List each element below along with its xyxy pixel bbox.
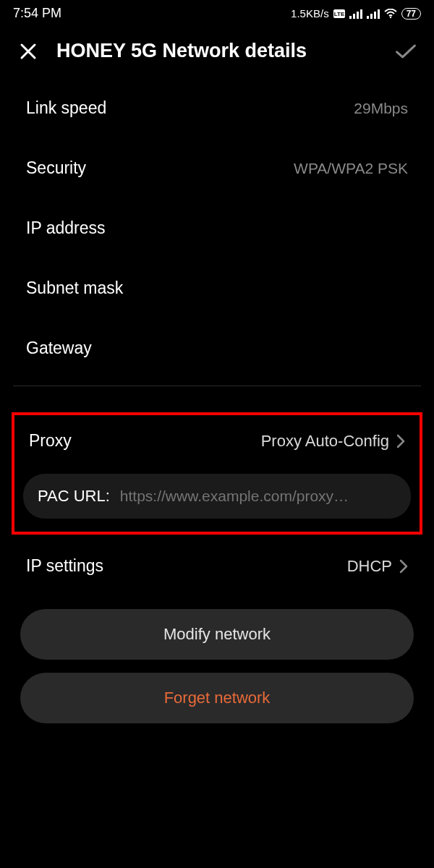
subnet-mask-label: Subnet mask	[26, 278, 123, 298]
row-proxy[interactable]: Proxy Proxy Auto-Config	[14, 415, 420, 469]
content: Link speed 29Mbps Security WPA/WPA2 PSK …	[0, 78, 434, 736]
clock: 7:54 PM	[13, 6, 61, 21]
svg-rect-6	[367, 16, 369, 19]
svg-rect-8	[374, 12, 376, 19]
row-subnet-mask: Subnet mask	[0, 258, 434, 318]
forget-network-button[interactable]: Forget network	[20, 673, 414, 723]
pac-url-field[interactable]: PAC URL:	[23, 474, 411, 519]
row-security: Security WPA/WPA2 PSK	[0, 138, 434, 198]
security-value: WPA/WPA2 PSK	[294, 160, 408, 177]
page-title: HONEY 5G Network details	[56, 40, 378, 62]
volte-icon: LTE	[333, 9, 345, 18]
link-speed-value: 29Mbps	[354, 100, 408, 117]
status-bar: 7:54 PM 1.5KB/s LTE 77	[0, 0, 434, 24]
row-ip-settings[interactable]: IP settings DHCP	[0, 535, 434, 597]
network-speed: 1.5KB/s	[291, 7, 329, 20]
security-label: Security	[26, 158, 86, 178]
chevron-right-icon	[396, 434, 405, 448]
proxy-value-wrap: Proxy Auto-Config	[261, 432, 405, 451]
close-button[interactable]	[17, 41, 39, 62]
proxy-highlight-box: Proxy Proxy Auto-Config PAC URL:	[12, 412, 422, 535]
svg-rect-3	[353, 14, 355, 19]
proxy-value: Proxy Auto-Config	[261, 432, 389, 451]
signal-icon-2	[367, 9, 380, 19]
status-right: 1.5KB/s LTE 77	[291, 7, 421, 20]
link-speed-label: Link speed	[26, 98, 106, 118]
modify-network-button[interactable]: Modify network	[20, 609, 414, 660]
signal-icon	[349, 9, 362, 19]
divider	[13, 386, 421, 386]
pac-url-input[interactable]	[120, 488, 396, 505]
row-gateway: Gateway	[0, 318, 434, 378]
button-group: Modify network Forget network	[0, 597, 434, 736]
svg-rect-2	[349, 16, 352, 19]
wifi-icon	[384, 9, 397, 19]
svg-rect-7	[370, 14, 373, 19]
pac-url-label: PAC URL:	[38, 487, 110, 506]
ip-settings-value-wrap: DHCP	[347, 557, 408, 576]
svg-rect-5	[360, 9, 362, 19]
chevron-right-icon	[399, 559, 408, 574]
row-link-speed: Link speed 29Mbps	[0, 78, 434, 138]
row-ip-address: IP address	[0, 198, 434, 258]
proxy-label: Proxy	[29, 431, 72, 451]
gateway-label: Gateway	[26, 339, 92, 358]
svg-rect-9	[378, 9, 380, 19]
svg-rect-4	[357, 12, 359, 19]
ip-settings-label: IP settings	[26, 556, 103, 576]
ip-address-label: IP address	[26, 218, 106, 238]
svg-point-10	[389, 16, 391, 17]
confirm-button[interactable]	[395, 41, 417, 62]
ip-settings-value: DHCP	[347, 557, 392, 576]
titlebar: HONEY 5G Network details	[0, 24, 434, 78]
svg-text:LTE: LTE	[333, 11, 344, 17]
battery-indicator: 77	[401, 8, 421, 20]
